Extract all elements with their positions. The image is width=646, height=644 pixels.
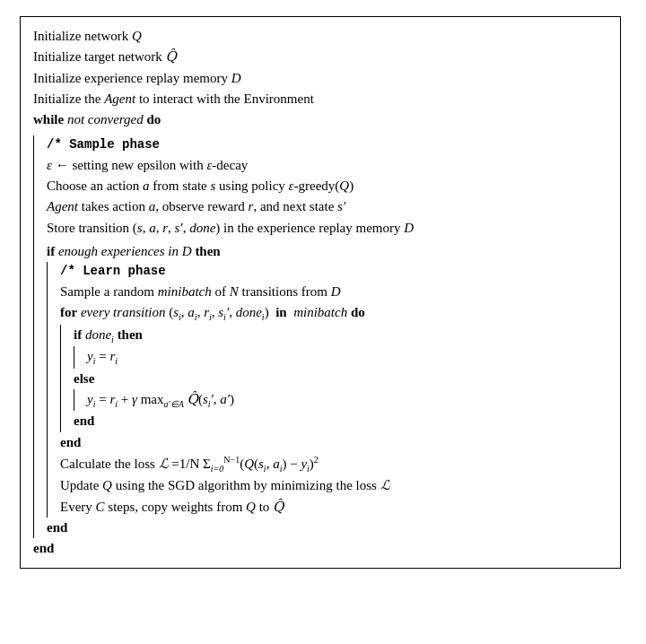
if-done-body: yi = ri — [74, 346, 607, 369]
for-keyword: for — [60, 302, 81, 323]
line-for: for every transition (si, ai, ri, si′, d… — [60, 302, 607, 325]
line-store-transition: Store transition (s, a, r, s′, done) in … — [47, 218, 607, 239]
while-keyword: while — [33, 109, 67, 130]
init1-text: Initialize network Q — [33, 26, 142, 47]
line-if-done: if donei then — [74, 325, 607, 347]
line-update-q: Update Q using the SGD algorithm by mini… — [60, 475, 607, 496]
line-end-for: end — [60, 432, 607, 453]
line-every-c: Every C steps, copy weights from Q to Q̂ — [60, 497, 607, 518]
line-epsilon: ε ← setting new epsilon with ε-decay — [47, 155, 607, 176]
line-init4: Initialize the Agent to interact with th… — [33, 89, 607, 109]
line-sample-minibatch: Sample a random minibatch of N transitio… — [60, 282, 607, 302]
do-keyword2: do — [351, 302, 365, 323]
algorithm-box: Initialize network Q Initialize target n… — [20, 16, 621, 569]
line-end-if2: end — [47, 518, 607, 538]
line-end-if: end — [74, 411, 607, 431]
then-keyword: then — [195, 241, 220, 262]
end-if-keyword: end — [74, 411, 94, 431]
agent-takes-text: Agent takes action a, observe reward r, … — [47, 196, 345, 217]
line-while: while not converged do — [33, 109, 607, 130]
init2-text: Initialize target network Q̂ — [33, 47, 177, 67]
if-keyword: if — [47, 241, 58, 262]
do-keyword: do — [147, 109, 162, 130]
line-learn-comment: /* Learn phase — [60, 262, 607, 282]
calc-loss-text: Calculate the loss ℒ =1/N Σi=0N−1(Q(si, … — [60, 453, 319, 476]
line-init2: Initialize target network Q̂ — [33, 47, 607, 67]
update-q-text: Update Q using the SGD algorithm by mini… — [60, 475, 390, 496]
epsilon-text: ε ← setting new epsilon with ε-decay — [47, 155, 248, 176]
line-yi-ri: yi = ri — [87, 346, 607, 369]
line-sample-comment: /* Sample phase — [47, 135, 607, 155]
store-transition-text: Store transition (s, a, r, s′, done) in … — [47, 218, 414, 239]
enough-exp-text: enough experiences in D — [58, 241, 195, 262]
line-choose-action: Choose an action a from state s using po… — [47, 176, 607, 196]
every-c-text: Every C steps, copy weights from Q to Q̂ — [60, 497, 284, 518]
init3-text: Initialize experience replay memory D — [33, 68, 241, 89]
line-yi-full: yi = ri + γ maxa′∈A Q̂(si′, a′) — [87, 389, 607, 412]
yi-full-text: yi = ri + γ maxa′∈A Q̂(si′, a′) — [87, 389, 234, 412]
if-done-text: if donei then — [74, 325, 143, 347]
not-converged-text: not converged — [67, 109, 147, 130]
line-init3: Initialize experience replay memory D — [33, 68, 607, 89]
init4-text: Initialize the Agent to interact with th… — [33, 89, 314, 109]
line-calc-loss: Calculate the loss ℒ =1/N Σi=0N−1(Q(si, … — [60, 453, 607, 476]
for-body: if donei then yi = ri else yi = ri + γ m… — [60, 325, 607, 432]
while-body: /* Sample phase ε ← setting new epsilon … — [33, 135, 607, 538]
sample-comment: /* Sample phase — [47, 135, 160, 155]
yi-ri-text: yi = ri — [87, 346, 118, 369]
if-body: /* Learn phase Sample a random minibatch… — [47, 262, 607, 518]
line-end-while: end — [33, 538, 607, 559]
else-body: yi = ri + γ maxa′∈A Q̂(si′, a′) — [74, 389, 607, 412]
end-for-keyword: end — [60, 432, 81, 453]
line-else: else — [74, 369, 607, 389]
end-while-keyword: end — [33, 538, 54, 559]
end-if2-keyword: end — [47, 518, 67, 538]
line-if-enough: if enough experiences in D then — [47, 241, 607, 262]
sample-minibatch-text: Sample a random minibatch of N transitio… — [60, 282, 341, 302]
choose-action-text: Choose an action a from state s using po… — [47, 176, 354, 196]
else-keyword: else — [74, 369, 94, 389]
line-init1: Initialize network Q — [33, 26, 607, 47]
learn-comment: /* Learn phase — [60, 262, 166, 282]
line-agent-takes: Agent takes action a, observe reward r, … — [47, 196, 607, 217]
every-transition-text: every transition (si, ai, ri, si′, donei… — [81, 302, 351, 325]
